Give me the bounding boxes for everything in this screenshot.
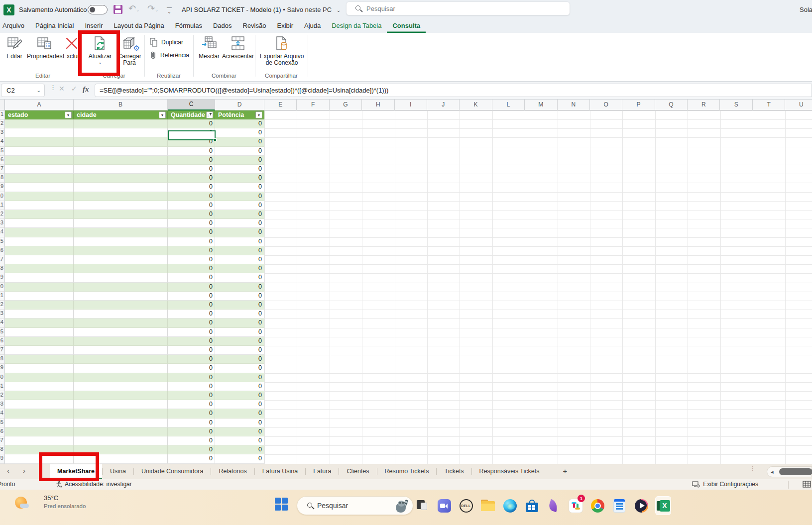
- cell-potencia[interactable]: 0: [215, 174, 264, 183]
- column-header-K[interactable]: K: [460, 100, 492, 110]
- row-number[interactable]: 32: [0, 391, 5, 400]
- cell-estado[interactable]: [5, 210, 74, 219]
- taskbar-app-media-player[interactable]: [633, 496, 649, 515]
- sort-filter-icon[interactable]: ↓: [206, 111, 213, 118]
- cell-quantidade[interactable]: 0: [168, 301, 215, 310]
- display-settings-button[interactable]: Exibir Configurações: [692, 481, 758, 488]
- row-number[interactable]: 5: [0, 147, 5, 156]
- row-number[interactable]: 13: [0, 219, 5, 228]
- taskbar-app-slack[interactable]: 1: [568, 496, 583, 515]
- cell-quantidade[interactable]: 0: [168, 283, 215, 292]
- cell-estado[interactable]: [5, 346, 74, 355]
- taskbar-app-dell[interactable]: DELL: [458, 496, 474, 515]
- cell-potencia[interactable]: 0: [215, 364, 264, 373]
- exportar-button[interactable]: Exportar Arquivo de Conexão: [258, 35, 306, 66]
- cell-potencia[interactable]: 0: [215, 165, 264, 174]
- cell-quantidade[interactable]: 0: [168, 183, 215, 192]
- cell-potencia[interactable]: 0: [215, 391, 264, 400]
- fill-handle[interactable]: [214, 138, 217, 141]
- cell-estado[interactable]: [5, 119, 74, 128]
- cell-quantidade[interactable]: 0: [168, 346, 215, 355]
- filter-dropdown-icon[interactable]: ▼: [255, 111, 262, 118]
- cell-estado[interactable]: [5, 292, 74, 301]
- cell-potencia[interactable]: 0: [215, 318, 264, 327]
- cell-potencia[interactable]: 0: [215, 382, 264, 391]
- cell-potencia[interactable]: 0: [215, 228, 264, 237]
- cell-estado[interactable]: [5, 409, 74, 418]
- sheet-tab-clientes[interactable]: Clientes: [339, 464, 376, 479]
- cell-potencia[interactable]: 0: [215, 373, 264, 382]
- cell-potencia[interactable]: 0: [215, 156, 264, 165]
- column-header-F[interactable]: F: [297, 100, 329, 110]
- taskbar-app-chrome[interactable]: [589, 496, 605, 515]
- editar-button[interactable]: Editar: [3, 35, 26, 60]
- cell-quantidade[interactable]: 0: [168, 255, 215, 264]
- excel-app-icon[interactable]: X: [3, 4, 14, 15]
- row-number[interactable]: 36: [0, 427, 5, 436]
- cell-quantidade[interactable]: 0: [168, 174, 215, 183]
- column-header-I[interactable]: I: [395, 100, 427, 110]
- row-number[interactable]: 38: [0, 445, 5, 454]
- name-box[interactable]: C2 ⌄: [1, 84, 45, 97]
- cell-cidade[interactable]: [74, 419, 168, 427]
- cell-estado[interactable]: [5, 264, 74, 273]
- cell-cidade[interactable]: [74, 355, 168, 364]
- mesclar-button[interactable]: Mesclar: [197, 35, 221, 60]
- cell-estado[interactable]: [5, 382, 74, 391]
- column-header-D[interactable]: D: [215, 100, 264, 110]
- taskbar-app-task-view[interactable]: [414, 496, 430, 515]
- cell-potencia[interactable]: 0: [215, 445, 264, 454]
- cell-quantidade[interactable]: 0: [168, 391, 215, 400]
- cell-cidade[interactable]: [74, 337, 168, 346]
- cell-cidade[interactable]: [74, 364, 168, 373]
- row-number[interactable]: 34: [0, 409, 5, 418]
- row-number[interactable]: 18: [0, 264, 5, 273]
- cell-estado[interactable]: [5, 147, 74, 156]
- cell-cidade[interactable]: [74, 301, 168, 310]
- sheet-nav-right-icon[interactable]: ›: [23, 466, 25, 475]
- cell-cidade[interactable]: [74, 400, 168, 409]
- sheet-tab-fatura[interactable]: Fatura: [306, 464, 339, 479]
- cell-cidade[interactable]: [74, 219, 168, 228]
- cell-estado[interactable]: [5, 156, 74, 165]
- sheet-tab-unidade-consumidora[interactable]: Unidade Consumidora: [134, 464, 211, 479]
- column-header-U[interactable]: U: [785, 100, 812, 110]
- cell-potencia[interactable]: 0: [215, 454, 264, 463]
- name-box-dropdown-icon[interactable]: ⌄: [37, 84, 41, 97]
- cell-cidade[interactable]: [74, 246, 168, 255]
- column-header-G[interactable]: G: [330, 100, 362, 110]
- sheet-tab-tickets[interactable]: Tickets: [437, 464, 471, 479]
- cell-estado[interactable]: [5, 246, 74, 255]
- cell-estado[interactable]: [5, 183, 74, 192]
- row-number[interactable]: 19: [0, 273, 5, 282]
- cell-estado[interactable]: [5, 301, 74, 310]
- cell-potencia[interactable]: 0: [215, 355, 264, 364]
- cell-quantidade[interactable]: 0: [168, 147, 215, 156]
- row-number[interactable]: 23: [0, 310, 5, 318]
- row-number[interactable]: 31: [0, 382, 5, 391]
- autosave-toggle[interactable]: [88, 5, 108, 14]
- cell-cidade[interactable]: [74, 273, 168, 282]
- cell-cidade[interactable]: [74, 165, 168, 174]
- column-header-E[interactable]: E: [264, 100, 297, 110]
- enter-icon[interactable]: ✓: [71, 85, 77, 93]
- column-header-T[interactable]: T: [753, 100, 785, 110]
- normal-view-icon[interactable]: [803, 481, 812, 490]
- row-number[interactable]: 3: [0, 128, 5, 137]
- cell-quantidade[interactable]: 0: [168, 382, 215, 391]
- cell-quantidade[interactable]: 0: [168, 364, 215, 373]
- row-number[interactable]: 21: [0, 292, 5, 301]
- cell-potencia[interactable]: 0: [215, 301, 264, 310]
- cell-cidade[interactable]: [74, 119, 168, 128]
- row-number[interactable]: 26: [0, 337, 5, 346]
- cell-estado[interactable]: [5, 165, 74, 174]
- row-number[interactable]: 27: [0, 346, 5, 355]
- sheet-tab-relatorios[interactable]: Relatorios: [211, 464, 254, 479]
- cell-estado[interactable]: [5, 237, 74, 246]
- cell-estado[interactable]: [5, 273, 74, 282]
- ribbon-tab-ajuda[interactable]: Ajuda: [299, 20, 326, 33]
- cancel-icon[interactable]: ✕: [59, 85, 65, 93]
- row-number[interactable]: 17: [0, 255, 5, 264]
- cell-cidade[interactable]: [74, 183, 168, 192]
- cell-potencia[interactable]: 0: [215, 328, 264, 337]
